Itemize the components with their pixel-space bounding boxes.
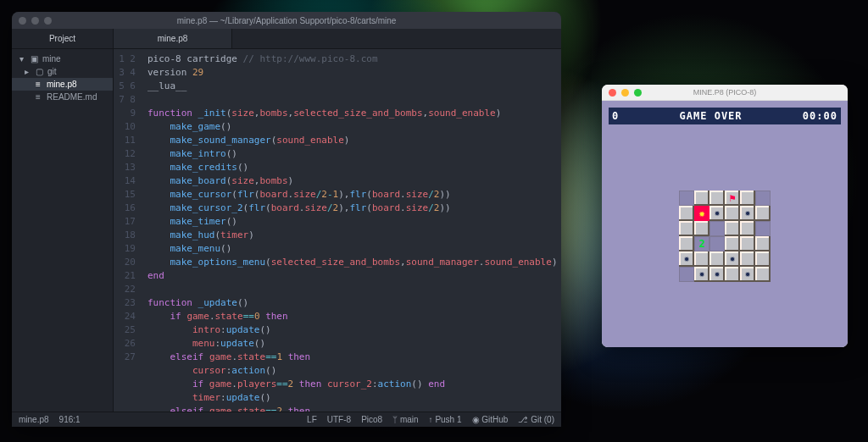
board-cell[interactable] xyxy=(694,267,709,282)
board-cell[interactable] xyxy=(740,191,755,206)
file-icon: ≡ xyxy=(34,80,42,89)
status-branch-label: main xyxy=(400,415,419,424)
tab-row: Project mine.p8 xyxy=(12,29,561,49)
status-git-label: Git (0) xyxy=(531,415,554,424)
board-cell[interactable] xyxy=(679,206,694,221)
board-cell[interactable] xyxy=(755,221,771,236)
board-cell[interactable] xyxy=(709,251,725,267)
mine-board[interactable]: 2 xyxy=(679,191,771,282)
game-window: MINE.P8 (PICO-8) 0 GAME OVER 00:00 2 xyxy=(602,85,848,347)
game-titlebar[interactable]: MINE.P8 (PICO-8) xyxy=(602,85,848,101)
pico8-canvas: 0 GAME OVER 00:00 2 xyxy=(602,101,848,347)
game-window-title: MINE.P8 (PICO-8) xyxy=(602,88,848,97)
board-cell[interactable] xyxy=(725,251,740,267)
status-branch[interactable]: ᛘ main xyxy=(392,415,418,424)
tree-readme-label: README.md xyxy=(47,92,97,102)
status-push[interactable]: ↑ Push 1 xyxy=(429,415,462,424)
board-cell[interactable] xyxy=(740,221,755,236)
github-icon: ◉ xyxy=(472,415,480,424)
status-cursor-pos[interactable]: 916:1 xyxy=(59,415,81,424)
status-encoding[interactable]: UTF-8 xyxy=(327,415,351,424)
tree-file-mine[interactable]: ≡ mine.p8 xyxy=(12,78,113,91)
status-language[interactable]: Pico8 xyxy=(361,415,382,424)
tree-mine-label: mine.p8 xyxy=(47,80,77,89)
board-cell[interactable] xyxy=(709,191,725,206)
status-file[interactable]: mine.p8 xyxy=(19,415,49,424)
board-cell[interactable] xyxy=(709,206,725,221)
folder-icon: ▣ xyxy=(30,54,38,64)
chevron-down-icon: ▾ xyxy=(17,54,25,64)
board-cell[interactable] xyxy=(725,206,740,221)
game-stage: 2 xyxy=(602,124,848,347)
up-arrow-icon: ↑ xyxy=(429,415,433,424)
board-cell[interactable] xyxy=(694,206,709,221)
board-cell[interactable] xyxy=(740,236,755,251)
board-cell[interactable] xyxy=(755,236,771,251)
game-hud: 0 GAME OVER 00:00 xyxy=(609,108,841,124)
board-cell[interactable] xyxy=(694,221,709,236)
code-area[interactable]: pico-8 cartridge // http://www.pico-8.co… xyxy=(142,49,561,412)
board-cell[interactable] xyxy=(679,267,694,282)
status-line-ending[interactable]: LF xyxy=(307,415,317,424)
board-cell[interactable] xyxy=(725,221,740,236)
board-cell[interactable] xyxy=(709,221,725,236)
status-github-label: GitHub xyxy=(481,415,508,424)
tree-git-folder[interactable]: ▸ ▢ git xyxy=(12,65,113,78)
board-cell[interactable] xyxy=(694,191,709,206)
board-cell[interactable] xyxy=(755,191,771,206)
board-cell[interactable] xyxy=(740,251,755,267)
window-title: mine.p8 — ~/Library/Application Support/… xyxy=(12,16,561,25)
board-cell[interactable] xyxy=(679,221,694,236)
tree-file-readme[interactable]: ≡ README.md xyxy=(12,91,113,103)
file-icon: ≡ xyxy=(34,92,42,102)
line-gutter: 1 2 3 4 5 6 7 8 9 10 11 12 13 14 15 16 1… xyxy=(114,49,142,412)
chevron-right-icon: ▸ xyxy=(22,67,31,76)
tree-git-label: git xyxy=(47,67,57,76)
board-cell[interactable] xyxy=(725,267,740,282)
board-cell[interactable] xyxy=(740,206,755,221)
file-tab[interactable]: mine.p8 xyxy=(114,29,232,48)
board-cell[interactable] xyxy=(694,251,709,267)
board-cell[interactable]: 2 xyxy=(694,236,709,251)
board-cell[interactable] xyxy=(755,267,771,282)
git-icon: ⎇ xyxy=(518,415,528,424)
board-cell[interactable] xyxy=(679,191,694,206)
status-github[interactable]: ◉ GitHub xyxy=(472,415,509,424)
project-tab-label: Project xyxy=(49,34,75,43)
board-cell[interactable] xyxy=(679,236,694,251)
branch-icon: ᛘ xyxy=(392,415,398,424)
folder-icon: ▢ xyxy=(35,67,43,76)
board-cell[interactable] xyxy=(679,251,694,267)
status-push-label: Push 1 xyxy=(435,415,461,424)
board-cell[interactable] xyxy=(709,236,725,251)
board-cell[interactable] xyxy=(755,206,771,221)
status-git[interactable]: ⎇ Git (0) xyxy=(518,415,554,424)
tree-root-label: mine xyxy=(42,54,61,64)
status-bar: mine.p8 916:1 LF UTF-8 Pico8 ᛘ main ↑ Pu… xyxy=(12,412,561,427)
board-cell[interactable] xyxy=(740,267,755,282)
code-editor[interactable]: 1 2 3 4 5 6 7 8 9 10 11 12 13 14 15 16 1… xyxy=(114,49,561,412)
board-cell[interactable] xyxy=(709,267,725,282)
board-cell[interactable] xyxy=(755,251,771,267)
project-tab[interactable]: Project xyxy=(12,29,114,48)
hud-mine-count: 0 xyxy=(612,110,619,122)
editor-titlebar[interactable]: mine.p8 — ~/Library/Application Support/… xyxy=(12,12,561,29)
hud-status-text: GAME OVER xyxy=(680,110,743,122)
editor-window: mine.p8 — ~/Library/Application Support/… xyxy=(12,12,561,427)
board-cell[interactable] xyxy=(725,236,740,251)
tree-root[interactable]: ▾ ▣ mine xyxy=(12,52,113,65)
file-tab-label: mine.p8 xyxy=(158,34,188,43)
hud-timer: 00:00 xyxy=(803,110,837,122)
board-cell[interactable] xyxy=(725,191,740,206)
project-sidebar: ▾ ▣ mine ▸ ▢ git ≡ mine.p8 ≡ README.md xyxy=(12,49,114,412)
